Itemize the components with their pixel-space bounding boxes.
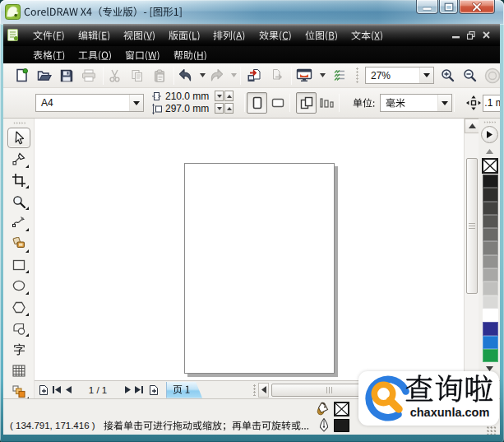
add-page-start-button[interactable] bbox=[38, 383, 49, 398]
palette-swatch[interactable] bbox=[483, 349, 498, 362]
units-combo[interactable] bbox=[380, 94, 452, 112]
menu-arrange[interactable] bbox=[213, 30, 245, 40]
palette-swatch[interactable] bbox=[483, 322, 498, 335]
paper-height-field[interactable]: 297.0 mm bbox=[165, 103, 209, 114]
outline-color-swatch[interactable] bbox=[334, 419, 349, 432]
paper-width-spin-up[interactable] bbox=[224, 91, 234, 101]
paper-height-spin-down[interactable] bbox=[215, 103, 224, 114]
print-button[interactable] bbox=[79, 66, 98, 86]
apply-current-page-button[interactable] bbox=[317, 92, 337, 114]
zoom-out-button[interactable] bbox=[460, 66, 479, 86]
palette-swatch[interactable] bbox=[483, 188, 498, 201]
first-page-button[interactable] bbox=[51, 383, 62, 398]
paper-width-spin-down[interactable] bbox=[215, 91, 224, 101]
tool-shape[interactable] bbox=[7, 149, 30, 170]
palette-swatch[interactable] bbox=[483, 241, 498, 254]
tool-polygon[interactable] bbox=[7, 297, 30, 318]
mdi-restore-icon[interactable] bbox=[465, 30, 476, 40]
undo-dropdown[interactable] bbox=[198, 66, 207, 86]
toolbox-drag-handle[interactable] bbox=[13, 122, 26, 124]
tool-freehand[interactable] bbox=[7, 212, 30, 233]
add-page-end-button[interactable] bbox=[148, 383, 160, 398]
palette-swatch[interactable] bbox=[483, 295, 498, 309]
pan-button[interactable] bbox=[483, 66, 500, 86]
menu-text[interactable] bbox=[351, 30, 383, 40]
tool-crop[interactable] bbox=[7, 170, 30, 190]
new-document-button[interactable] bbox=[12, 66, 31, 86]
tool-rectangle[interactable] bbox=[7, 254, 30, 275]
tool-table[interactable] bbox=[7, 361, 30, 381]
units-combo-arrow-icon[interactable] bbox=[437, 95, 451, 111]
palette-swatch[interactable] bbox=[483, 202, 498, 215]
tool-smart-fill[interactable] bbox=[7, 234, 30, 254]
scroll-left-button[interactable] bbox=[258, 383, 269, 398]
palette-swatch[interactable] bbox=[483, 309, 498, 322]
menu-view[interactable] bbox=[123, 30, 155, 40]
save-button[interactable] bbox=[57, 66, 76, 86]
landscape-button[interactable] bbox=[267, 92, 288, 114]
portrait-button[interactable] bbox=[247, 92, 267, 114]
scroll-up-button[interactable] bbox=[465, 119, 479, 133]
paste-button[interactable] bbox=[150, 66, 169, 86]
scrollbar-splitter[interactable] bbox=[253, 384, 257, 396]
last-page-button[interactable] bbox=[133, 383, 145, 398]
undo-button[interactable] bbox=[176, 66, 195, 86]
drawing-area[interactable] bbox=[3, 119, 500, 380]
resize-grip[interactable] bbox=[487, 426, 497, 435]
menu-tools[interactable] bbox=[78, 50, 112, 60]
palette-scroll-up-icon[interactable] bbox=[483, 147, 496, 156]
apply-all-pages-button[interactable] bbox=[296, 92, 317, 114]
fill-none-swatch[interactable] bbox=[334, 402, 349, 416]
welcome-screen-button[interactable] bbox=[331, 66, 349, 86]
maximize-button[interactable] bbox=[439, 0, 458, 14]
palette-swatch[interactable] bbox=[483, 215, 498, 228]
import-button[interactable] bbox=[244, 66, 263, 86]
tool-zoom[interactable] bbox=[7, 191, 30, 212]
export-button[interactable] bbox=[267, 66, 286, 86]
mdi-close-icon[interactable] bbox=[481, 30, 492, 40]
next-page-button[interactable] bbox=[122, 383, 133, 398]
menu-file[interactable] bbox=[33, 30, 65, 40]
redo-button[interactable] bbox=[207, 66, 226, 86]
nudge-offset-field[interactable]: .1 m bbox=[483, 95, 500, 112]
tool-basic-shapes[interactable] bbox=[7, 318, 30, 338]
no-color-swatch[interactable] bbox=[482, 158, 498, 174]
paper-combo-arrow-icon[interactable] bbox=[129, 95, 143, 111]
palette-drag-handle[interactable] bbox=[483, 121, 496, 123]
palette-flyout-button[interactable] bbox=[481, 126, 498, 143]
title-bar[interactable] bbox=[0, 0, 504, 24]
menu-table[interactable] bbox=[33, 50, 65, 60]
palette-swatch[interactable] bbox=[483, 228, 498, 241]
vertical-scrollbar[interactable] bbox=[464, 119, 479, 380]
minimize-button[interactable] bbox=[416, 0, 438, 14]
redo-dropdown[interactable] bbox=[229, 66, 238, 86]
palette-swatch[interactable] bbox=[483, 281, 498, 295]
close-button[interactable] bbox=[459, 0, 495, 14]
drawing-page[interactable] bbox=[184, 163, 335, 374]
previous-page-button[interactable] bbox=[62, 383, 74, 398]
menu-effects[interactable] bbox=[259, 30, 292, 40]
open-button[interactable] bbox=[35, 66, 53, 86]
zoom-in-button[interactable] bbox=[438, 66, 457, 86]
tool-ellipse[interactable] bbox=[7, 276, 30, 296]
paper-height-spin-up[interactable] bbox=[224, 103, 234, 114]
page-tab[interactable] bbox=[166, 382, 202, 398]
palette-swatch[interactable] bbox=[483, 268, 498, 281]
copy-button[interactable] bbox=[127, 66, 146, 86]
menu-edit[interactable] bbox=[78, 30, 110, 40]
application-launcher-button[interactable] bbox=[294, 66, 315, 86]
zoom-level-combo[interactable]: 27% bbox=[365, 67, 434, 84]
menu-window[interactable] bbox=[125, 50, 160, 60]
cut-button[interactable] bbox=[105, 66, 124, 86]
tool-pick[interactable] bbox=[7, 128, 30, 148]
palette-swatch[interactable] bbox=[483, 174, 498, 188]
application-launcher-dropdown[interactable] bbox=[318, 66, 327, 86]
tool-text[interactable] bbox=[7, 339, 30, 360]
zoom-combo-arrow-icon[interactable] bbox=[419, 67, 433, 83]
paper-width-field[interactable]: 210.0 mm bbox=[165, 91, 209, 102]
palette-swatch[interactable] bbox=[483, 336, 498, 349]
mdi-minimize-icon[interactable] bbox=[451, 30, 461, 40]
paper-type-combo[interactable]: A4 bbox=[35, 94, 144, 112]
palette-swatch[interactable] bbox=[483, 255, 498, 268]
menu-bitmaps[interactable] bbox=[305, 30, 338, 40]
